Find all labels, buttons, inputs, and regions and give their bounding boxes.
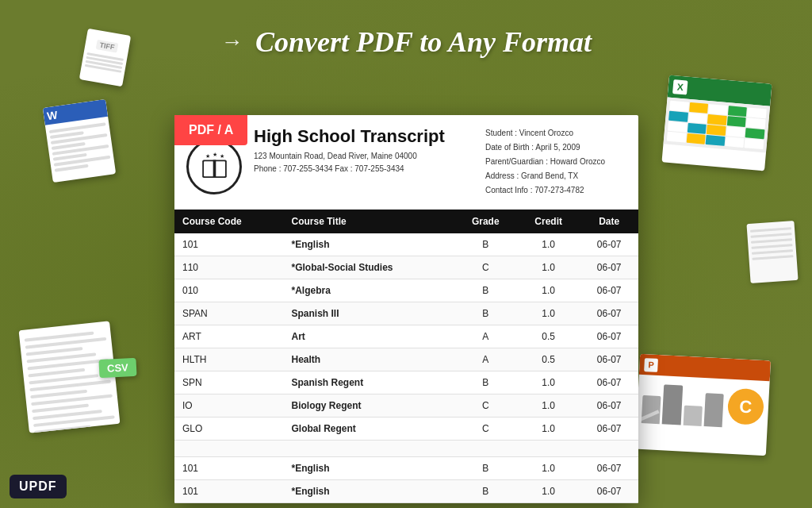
document-title: High School Transcript — [254, 126, 469, 147]
cell-grade — [454, 441, 517, 457]
cell-grade: B — [454, 371, 517, 394]
table-row — [174, 441, 638, 457]
document-title-block: High School Transcript 123 Mountain Road… — [254, 126, 469, 198]
cell-grade: C — [454, 394, 517, 418]
excel-cell — [667, 132, 687, 143]
text-doc-lines — [25, 330, 116, 433]
title-area: → Convert PDF to Any Format — [220, 25, 592, 59]
cell-grade: A — [454, 325, 517, 348]
cell-title — [284, 441, 454, 457]
page-title: Convert PDF to Any Format — [255, 25, 592, 59]
small-doc-line — [751, 238, 792, 244]
ppt-c-icon: C — [727, 388, 764, 425]
cell-title: *English — [284, 480, 454, 503]
excel-document-decoration: X — [661, 75, 772, 171]
ppt-bar — [662, 384, 683, 425]
cell-title: *Algebra — [284, 279, 454, 302]
small-document-decoration — [746, 221, 798, 283]
cell-grade: B — [454, 279, 517, 302]
cell-code: ART — [174, 325, 284, 348]
excel-cell — [726, 126, 745, 137]
excel-cell — [728, 106, 748, 117]
cell-grade: B — [454, 480, 517, 503]
table-row: SPN Spanish Regent B 1.0 06-07 — [174, 371, 638, 394]
cell-code: 101 — [174, 480, 284, 503]
excel-cell — [745, 128, 765, 139]
cell-date: 06-07 — [580, 457, 638, 480]
cell-date: 06-07 — [580, 394, 638, 418]
pdf-badge: PDF / A — [174, 115, 247, 145]
svg-rect-3 — [213, 160, 216, 178]
cell-grade: B — [454, 302, 517, 325]
cell-credit: 1.0 — [517, 394, 580, 418]
cell-code: 101 — [174, 233, 284, 256]
cell-code: IO — [174, 394, 284, 418]
col-header-title: Course Title — [284, 210, 454, 233]
cell-credit: 1.0 — [517, 418, 580, 441]
cell-credit: 0.5 — [517, 325, 580, 348]
excel-cell — [745, 138, 764, 149]
excel-cell — [708, 104, 728, 115]
excel-cell — [707, 125, 726, 136]
student-parent: Parent/Guardian : Howard Orozco — [485, 155, 624, 169]
cell-title: Health — [284, 348, 454, 371]
word-logo: W — [46, 109, 58, 123]
table-row: ART Art A 0.5 06-07 — [174, 325, 638, 348]
excel-cell — [668, 121, 688, 133]
small-doc-line — [752, 255, 793, 260]
cell-code: GLO — [174, 418, 284, 441]
document-address-line2: Phone : 707-255-3434 Fax : 707-255-3434 — [254, 163, 469, 175]
excel-grid — [663, 97, 770, 152]
col-header-grade: Grade — [454, 210, 517, 233]
cell-title: Spanish III — [284, 302, 454, 325]
cell-date: 06-07 — [580, 325, 638, 348]
cell-title: Art — [284, 325, 454, 348]
table-row: GLO Global Regent C 1.0 06-07 — [174, 418, 638, 441]
col-header-code: Course Code — [174, 210, 284, 233]
cell-credit: 1.0 — [517, 480, 580, 503]
document-student-info: Student : Vincent Orozco Date of Birth :… — [485, 126, 624, 198]
excel-cell — [747, 107, 767, 118]
cell-credit: 0.5 — [517, 348, 580, 371]
cell-date: 06-07 — [580, 371, 638, 394]
cell-credit: 1.0 — [517, 302, 580, 325]
cell-date: 06-07 — [580, 302, 638, 325]
ppt-bar — [703, 393, 723, 427]
cell-title: Biology Regent — [284, 394, 454, 418]
cell-credit: 1.0 — [517, 371, 580, 394]
small-doc-line — [751, 244, 792, 249]
svg-rect-1 — [204, 161, 214, 176]
ppt-bar — [683, 406, 703, 426]
excel-cell — [668, 111, 688, 122]
excel-logo: X — [672, 79, 688, 95]
excel-cell — [669, 101, 689, 112]
cell-grade: C — [454, 418, 517, 441]
excel-cell — [706, 135, 726, 146]
cell-date: 06-07 — [580, 418, 638, 441]
table-row: HLTH Health A 0.5 06-07 — [174, 348, 638, 371]
svg-text:★: ★ — [205, 152, 209, 159]
student-dob: Date of Birth : April 5, 2009 — [485, 140, 624, 155]
transcript-table: Course Code Course Title Grade Credit Da… — [174, 210, 638, 503]
table-header: Course Code Course Title Grade Credit Da… — [174, 210, 638, 233]
word-lines — [45, 117, 116, 178]
cell-title: Global Regent — [284, 418, 454, 441]
school-logo-svg: ★ ★ ★ — [197, 149, 232, 185]
cell-grade: C — [454, 256, 517, 279]
table-row: 010 *Algebra B 1.0 06-07 — [174, 279, 638, 302]
cell-date: 06-07 — [580, 279, 638, 302]
student-address: Address : Grand Bend, TX — [485, 169, 624, 183]
word-document-decoration: W — [43, 99, 116, 183]
arrow-decoration: → — [220, 29, 243, 55]
updf-logo: UPDF — [10, 475, 67, 498]
student-contact: Contact Info : 707-273-4782 — [485, 183, 624, 198]
table-row: 101 *English B 1.0 06-07 — [174, 480, 638, 503]
cell-code: 101 — [174, 457, 284, 480]
excel-cell — [746, 117, 766, 129]
col-header-date: Date — [580, 210, 638, 233]
table-row: 101 *English B 1.0 06-07 — [174, 233, 638, 256]
cell-code: SPAN — [174, 302, 284, 325]
cell-date — [580, 441, 638, 457]
cell-title: *English — [284, 233, 454, 256]
cell-date: 06-07 — [580, 348, 638, 371]
